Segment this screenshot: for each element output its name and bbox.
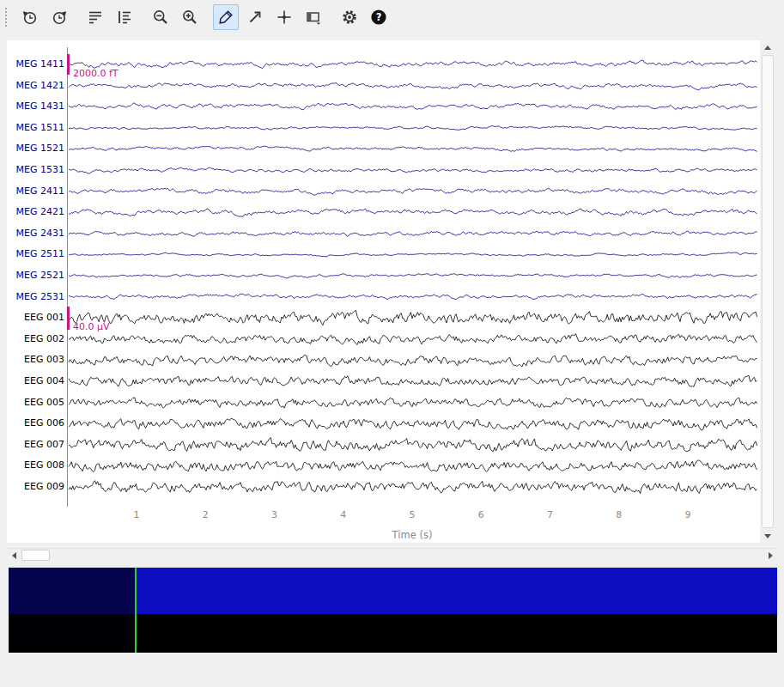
clock-cw-icon bbox=[51, 9, 68, 26]
channel-label-eeg-006[interactable]: EEG 006 bbox=[7, 416, 64, 430]
down-arrow-icon bbox=[764, 534, 771, 538]
overview-bar-icon bbox=[305, 9, 322, 26]
channel-label-eeg-003[interactable]: EEG 003 bbox=[7, 353, 64, 367]
channel-label-meg-1531[interactable]: MEG 1531 bbox=[7, 163, 64, 177]
waveform-eeg-001[interactable] bbox=[69, 310, 757, 325]
up-arrow-icon bbox=[764, 46, 771, 50]
decrease-duration-button[interactable] bbox=[17, 4, 43, 30]
scroll-up-button[interactable] bbox=[760, 40, 775, 54]
crosshair-button[interactable] bbox=[271, 4, 297, 30]
channel-lines-icon bbox=[87, 9, 104, 26]
fewer-channels-button[interactable] bbox=[82, 4, 108, 30]
waveform-meg-1531[interactable] bbox=[69, 167, 757, 173]
settings-button[interactable] bbox=[337, 4, 362, 30]
clock-ccw-icon bbox=[21, 9, 39, 26]
channel-label-meg-2421[interactable]: MEG 2421 bbox=[7, 205, 64, 219]
waveform-eeg-003[interactable] bbox=[69, 356, 757, 368]
waveform-meg-2531[interactable] bbox=[69, 294, 757, 299]
channel-label-meg-2521[interactable]: MEG 2521 bbox=[7, 269, 64, 283]
meg-scale-label: 2000.0 fT bbox=[73, 68, 119, 79]
x-tick-5: 5 bbox=[410, 509, 416, 520]
channel-label-meg-1511[interactable]: MEG 1511 bbox=[7, 121, 64, 135]
channel-label-meg-2531[interactable]: MEG 2531 bbox=[7, 290, 64, 304]
zoom-in-button[interactable] bbox=[177, 4, 203, 30]
waveform-canvas[interactable] bbox=[7, 40, 760, 543]
channel-label-eeg-004[interactable]: EEG 004 bbox=[7, 374, 64, 388]
waveform-meg-1421[interactable] bbox=[69, 83, 757, 90]
channel-label-meg-1411[interactable]: MEG 1411 bbox=[7, 58, 64, 71]
eeg-scalebar bbox=[67, 307, 70, 330]
annotations-button[interactable] bbox=[213, 4, 239, 30]
magnifier-plus-icon bbox=[181, 9, 198, 26]
waveform-eeg-004[interactable] bbox=[69, 375, 757, 386]
x-axis-label: Time (s) bbox=[392, 529, 433, 541]
scroll-left-button[interactable] bbox=[7, 549, 21, 562]
toolbar-handle[interactable] bbox=[5, 8, 10, 27]
arrow-up-right-icon bbox=[246, 9, 264, 26]
waveform-meg-2411[interactable] bbox=[69, 188, 757, 195]
channel-label-eeg-002[interactable]: EEG 002 bbox=[7, 332, 64, 346]
toolbar: ? bbox=[0, 0, 784, 34]
gear-icon bbox=[341, 9, 358, 26]
help-button[interactable]: ? bbox=[366, 4, 392, 30]
x-tick-3: 3 bbox=[271, 509, 277, 520]
channel-label-meg-1521[interactable]: MEG 1521 bbox=[7, 142, 64, 155]
scroll-down-button[interactable] bbox=[760, 529, 775, 543]
x-tick-2: 2 bbox=[203, 509, 209, 520]
channel-label-meg-2411[interactable]: MEG 2411 bbox=[7, 185, 64, 198]
magnifier-minus-icon bbox=[152, 9, 169, 26]
waveform-meg-2511[interactable] bbox=[69, 252, 757, 257]
x-tick-1: 1 bbox=[134, 509, 140, 520]
y-axis-line bbox=[67, 47, 68, 507]
x-tick-6: 6 bbox=[478, 509, 484, 520]
waveform-eeg-005[interactable] bbox=[69, 398, 757, 408]
waveform-meg-1411[interactable] bbox=[69, 60, 757, 69]
overview-mode-button[interactable] bbox=[301, 4, 326, 30]
overview-viewed-region bbox=[9, 568, 136, 653]
channel-label-meg-1431[interactable]: MEG 1431 bbox=[7, 100, 64, 113]
waveform-meg-2521[interactable] bbox=[69, 274, 757, 278]
zoom-out-button[interactable] bbox=[148, 4, 173, 30]
more-channels-button[interactable] bbox=[112, 4, 137, 30]
waveform-eeg-008[interactable] bbox=[69, 460, 757, 472]
vertical-scrollbar-thumb[interactable] bbox=[762, 55, 774, 528]
channel-label-eeg-009[interactable]: EEG 009 bbox=[7, 480, 64, 494]
x-tick-8: 8 bbox=[616, 509, 622, 520]
waveform-eeg-002[interactable] bbox=[69, 334, 757, 345]
meg-scalebar bbox=[67, 54, 70, 75]
waveform-meg-1521[interactable] bbox=[69, 146, 757, 151]
events-button[interactable] bbox=[242, 4, 268, 30]
mne-raw-browser-window: { "toolbar": { "icons": [ {"name": "cloc… bbox=[0, 0, 784, 687]
channel-label-eeg-008[interactable]: EEG 008 bbox=[7, 459, 64, 472]
crosshair-icon bbox=[276, 9, 293, 26]
increase-duration-button[interactable] bbox=[46, 4, 72, 30]
horizontal-scrollbar[interactable] bbox=[7, 548, 777, 562]
vertical-scrollbar[interactable] bbox=[760, 40, 775, 543]
channel-label-eeg-001[interactable]: EEG 001 bbox=[7, 311, 64, 325]
channel-label-eeg-007[interactable]: EEG 007 bbox=[7, 438, 64, 452]
overview-view-cursor[interactable] bbox=[135, 568, 137, 653]
waveform-eeg-007[interactable] bbox=[69, 437, 757, 452]
waveform-eeg-006[interactable] bbox=[69, 418, 757, 430]
channel-label-meg-1421[interactable]: MEG 1421 bbox=[7, 79, 64, 93]
waveform-meg-2421[interactable] bbox=[69, 209, 757, 216]
horizontal-scrollbar-thumb[interactable] bbox=[21, 550, 50, 561]
scroll-right-button[interactable] bbox=[763, 549, 777, 562]
x-tick-4: 4 bbox=[340, 509, 346, 520]
channel-lines-add-icon bbox=[116, 9, 133, 26]
x-tick-7: 7 bbox=[547, 509, 553, 520]
pencil-icon bbox=[217, 9, 234, 26]
overview-bar[interactable] bbox=[9, 568, 777, 653]
right-arrow-icon bbox=[769, 552, 773, 559]
channel-label-meg-2431[interactable]: MEG 2431 bbox=[7, 227, 64, 240]
waveform-meg-1431[interactable] bbox=[69, 103, 757, 110]
channel-label-meg-2511[interactable]: MEG 2511 bbox=[7, 247, 64, 261]
waveform-meg-1511[interactable] bbox=[69, 126, 757, 131]
help-icon: ? bbox=[370, 9, 387, 26]
channel-label-eeg-005[interactable]: EEG 005 bbox=[7, 396, 64, 410]
waveform-meg-2431[interactable] bbox=[69, 231, 757, 236]
eeg-scale-label: 40.0 µV bbox=[73, 321, 110, 332]
svg-text:?: ? bbox=[376, 11, 382, 23]
waveform-eeg-009[interactable] bbox=[69, 481, 757, 494]
signal-plot-panel[interactable]: MEG 1411MEG 1421MEG 1431MEG 1511MEG 1521… bbox=[7, 40, 760, 543]
